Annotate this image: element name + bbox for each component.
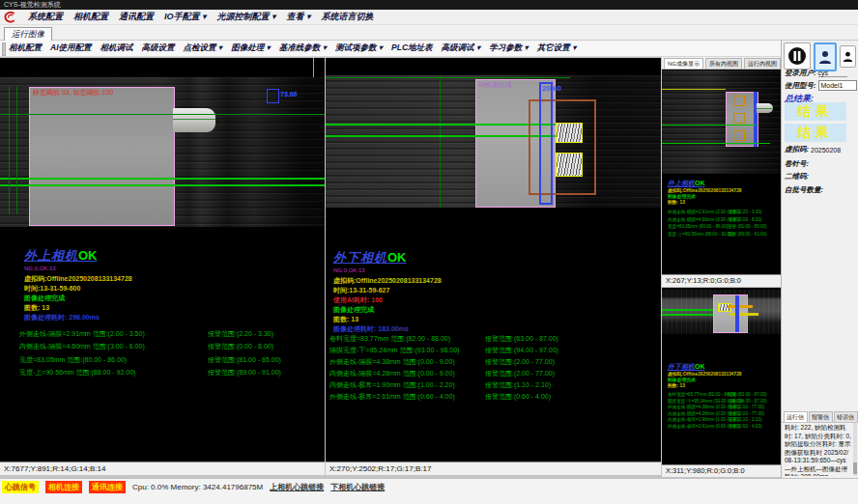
result-indicator-1: 结果 xyxy=(785,102,846,121)
edge-line-green xyxy=(662,314,713,316)
reel-number-row: 卷针号: xyxy=(785,159,856,169)
pause-icon xyxy=(787,46,807,66)
measurement-value: 外侧走线-隔膜=2.91mm 范围:(2.00 - 3.50) xyxy=(19,329,145,339)
toolbar-item[interactable]: 基准线参数 ▾ xyxy=(279,42,327,54)
alarm-range: 报警范围:(0.60 - 4.00) xyxy=(485,392,551,402)
ng-view-tab[interactable]: 所有内视图 xyxy=(705,58,742,69)
measurement-row: 内侧走线-隔膜=4.28mm 范围:(0.00 - 9.00)报警范围:(2.0… xyxy=(329,369,661,380)
window-title: CYS-视觉检测系统 xyxy=(4,1,61,8)
edge-line-green xyxy=(326,77,570,78)
qr-code-row: 二维码: xyxy=(785,172,856,182)
right-top-pixel-coordinates: X:267;Y:13;R:0;G:0;B:0 xyxy=(662,274,781,287)
edge-line-green xyxy=(326,124,558,126)
edge-line-green xyxy=(662,309,713,311)
left-camera-view[interactable]: 静态阈值:93, 动态阈值:100 73.66 外上相机OK NG:0,OK:1… xyxy=(0,58,325,475)
virtual-code-value: 20250208 xyxy=(811,147,841,154)
alarm-range: 报警:(83.00 - 87.00) xyxy=(728,392,767,397)
measurement-row: 外侧走线-隔膜=4.38mm 范围:(0.00 - 9.00)报警范围:(2.0… xyxy=(329,357,661,369)
camera-result-title: 外上相机OK xyxy=(668,180,742,188)
user-switch-button[interactable] xyxy=(840,45,856,68)
toolbar-grip[interactable] xyxy=(2,42,6,56)
camera-result-title: 外上相机OK xyxy=(24,249,132,264)
tab-run-image[interactable]: 运行图像 xyxy=(4,27,52,42)
edge-vline-green xyxy=(440,75,441,208)
pause-button[interactable] xyxy=(784,42,811,70)
toolbar-item[interactable]: 测试项参数 ▾ xyxy=(335,42,383,54)
tab-connector-object xyxy=(173,108,215,132)
measurement-row: 内侧走线-隔膜=4.60mm 范围:(3.00 - 6.00)报警范围:(0.0… xyxy=(19,342,325,354)
right-bottom-camera-view[interactable]: 外下相机OK 虚拟码:Offline20250208133134728 图像处理… xyxy=(662,288,781,477)
right-top-camera-view[interactable]: NG成像显示所有内视图运行内视图 外上相机OK 虚拟码:Offline20250… xyxy=(662,57,781,287)
toolbar-item[interactable]: 相机调试 xyxy=(100,42,133,54)
ng-view-tab[interactable]: 运行内视图 xyxy=(744,58,781,69)
process-done-line: 图像处理完成 xyxy=(333,305,442,315)
defect-patch-box-orange xyxy=(733,130,745,141)
log-text: 耗时: 222, 缺陷检测耗时: 17, 缺陷分类耗时: 0, 缺陷提取分区耗时… xyxy=(782,422,858,476)
toolbar-item[interactable]: 相机配置 xyxy=(9,42,42,54)
toolbar-item[interactable]: AI使用配置 xyxy=(50,42,92,54)
ng-view-tab[interactable]: NG成像显示 xyxy=(664,58,703,69)
camera-result-title: 外下相机OK xyxy=(668,363,742,372)
bottom-camera-heartbeat-link[interactable]: 下相机心跳链接 xyxy=(330,482,385,492)
menu-item[interactable]: 系统语言切换 xyxy=(322,11,374,23)
threshold-overlay-text: 静态阈值:93, 动态阈值:100 xyxy=(33,88,113,98)
measurement-row: 隔膜宽度-下=95.24mm 范围:(93.00 - 98.00)报警范围:(9… xyxy=(329,346,661,357)
alarm-range: 报警范围:(2.00 - 77.00) xyxy=(485,357,555,367)
toolbar-item[interactable]: 点检设置 ▾ xyxy=(184,42,223,54)
menu-item[interactable]: 系统配置 xyxy=(28,11,63,23)
camera-result-title: 外下相机OK xyxy=(333,251,442,266)
measurement-row: 卷料宽度=83.77mm (82.00 - 88.00)报警:(83.00 - … xyxy=(668,392,781,399)
measurement-value: 宽度-上=90.56mm (88.00 - 92.00) xyxy=(668,232,734,237)
top-camera-heartbeat-link[interactable]: 上相机心跳链接 xyxy=(270,482,324,492)
menu-item[interactable]: 通讯配置 xyxy=(119,11,154,23)
log-tab[interactable]: 报警信息 xyxy=(809,411,833,422)
right-top-measurement-rows: 外侧走线-隔膜=2.91mm (2.00 - 3.50)报警:(2.20 - 3… xyxy=(668,210,781,238)
defect-label-orange xyxy=(728,305,753,308)
user-icon xyxy=(843,50,853,63)
toolbar: 相机配置AI使用配置相机调试高级设置点检设置 ▾图像处理 ▾基准线参数 ▾测试项… xyxy=(0,41,781,57)
measurement-row: 宽度=83.05mm (80.00 - 86.00)报警:(81.00 - 85… xyxy=(668,224,781,232)
toolbar-item[interactable]: 其它设置 ▾ xyxy=(537,42,577,54)
edge-line-green xyxy=(0,178,325,180)
toolbar-item[interactable]: 学习参数 ▾ xyxy=(489,42,529,54)
toolbar-item[interactable]: 图像处理 ▾ xyxy=(231,42,271,54)
measure-value-overlay: 20.60 xyxy=(542,84,561,93)
left-result-block: 外上相机OK NG:0,OK:13 虚拟码:Offline20250208133… xyxy=(24,249,132,322)
menu-item[interactable]: 查看 ▾ xyxy=(287,11,311,23)
frame-count-line: 图数: 13 xyxy=(333,315,442,324)
cpu-memory-status: Cpu: 0.0% Memory: 3424.41796875M xyxy=(132,483,263,491)
virtual-code-row: 虚拟码: 20250208 xyxy=(785,145,856,154)
ng-view-tabs: NG成像显示所有内视图运行内视图 xyxy=(662,57,781,70)
alarm-range: 报警:(0.00 - 8.00) xyxy=(728,217,762,222)
middle-camera-view[interactable]: AI检测区域 20.60 外下相机OK NG:0,OK:13 虚拟码:Offli… xyxy=(326,58,661,475)
toolbar-item[interactable]: 高级设置 xyxy=(142,42,175,54)
left-camera-image: 静态阈值:93, 动态阈值:100 73.66 xyxy=(0,77,325,227)
alarm-range: 报警:(94.00 - 97.00) xyxy=(728,399,767,404)
measure-box-blue xyxy=(539,82,553,205)
log-tab[interactable]: 运行信息 xyxy=(784,411,808,422)
middle-camera-image: AI检测区域 20.60 xyxy=(326,75,661,208)
camera-name: 外下相机 xyxy=(333,250,387,265)
measure-vline-blue xyxy=(754,92,758,147)
baseline-yellow-line xyxy=(662,89,726,90)
log-scrollbar-thumb[interactable] xyxy=(853,462,857,474)
alarm-range: 报警范围:(0.00 - 8.00) xyxy=(208,342,273,351)
menu-item[interactable]: 相机配置 xyxy=(73,11,108,23)
measurement-value: 宽度=83.05mm 范围:(80.00 - 86.00) xyxy=(19,355,127,365)
alarm-range: 报警范围:(2.00 - 77.00) xyxy=(485,369,555,378)
virtual-code-line: 虚拟码:Offline20250208133134728 xyxy=(333,276,442,286)
measurement-row: 外侧走线-隔膜=2.91mm 范围:(2.00 - 3.50)报警范围:(2.2… xyxy=(19,329,325,342)
middle-pixel-coordinates: X:270;Y:2502;R:17;G:17;B:17 xyxy=(326,462,661,475)
measurement-row: 内侧走线-极耳=1.90mm (1.00 - 2.20)报警:(1.10 - 2… xyxy=(668,417,781,424)
current-user-button[interactable] xyxy=(814,42,837,71)
model-select[interactable]: Model1 xyxy=(818,80,857,91)
menu-item[interactable]: IO手配置 ▾ xyxy=(164,11,207,23)
log-tab[interactable]: 错误信息 xyxy=(834,411,858,422)
middle-result-block: 外下相机OK NG:0,OK:13 虚拟码:Offline20250208133… xyxy=(333,251,442,334)
defect-patch-box-yellow xyxy=(556,123,583,143)
left-pixel-coordinates: X:7677;Y:891;R:14;G:14;B:14 xyxy=(0,462,325,475)
log-scrollbar[interactable] xyxy=(853,423,857,476)
toolbar-item[interactable]: PLC地址表 xyxy=(391,42,433,54)
toolbar-item[interactable]: 高级调试 ▾ xyxy=(442,42,481,54)
menu-item[interactable]: 光源控制配置 ▾ xyxy=(217,11,276,23)
